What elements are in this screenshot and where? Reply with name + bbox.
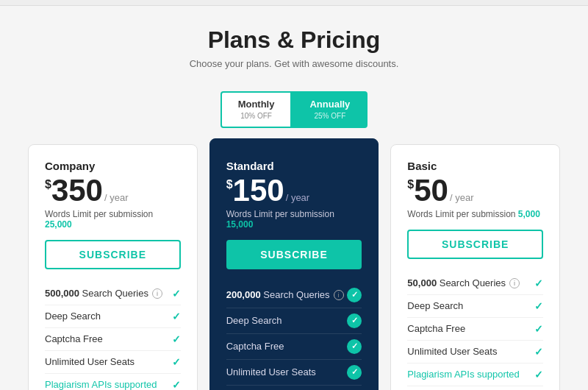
feature-list-standard: 200,000 Search Queries i ✓ Deep Search ✓ xyxy=(226,283,362,390)
feature-left-company-3: Unlimited User Seats xyxy=(45,356,135,367)
subscribe-button-basic[interactable]: SUBSCRIBE xyxy=(407,230,543,259)
check-icon-company-0: ✓ xyxy=(172,288,181,299)
info-icon-basic-0[interactable]: i xyxy=(509,278,520,288)
price-dollar-company: $ xyxy=(45,178,51,191)
feature-left-standard-3: Unlimited User Seats xyxy=(226,366,316,377)
price-amount-basic: 50 xyxy=(414,175,448,206)
plan-card-company: Company $ 350 / year Words Limit per sub… xyxy=(28,144,198,390)
feature-item-standard-2: Captcha Free ✓ xyxy=(226,334,362,360)
check-icon-basic-3: ✓ xyxy=(534,346,543,358)
feature-text-standard-1: Deep Search xyxy=(226,315,282,326)
feature-left-company-0: 500,000 Search Queries i xyxy=(45,288,162,299)
feature-item-company-3: Unlimited User Seats ✓ xyxy=(45,351,181,374)
feature-item-basic-0: 50,000 Search Queries i ✓ xyxy=(407,272,543,295)
feature-left-basic-2: Captcha Free xyxy=(407,323,465,334)
annually-sub: 25% OFF xyxy=(309,111,350,121)
feature-text-standard-0: 200,000 Search Queries xyxy=(226,289,330,300)
check-icon-company-1: ✓ xyxy=(172,311,181,322)
feature-left-standard-0: 200,000 Search Queries i xyxy=(226,289,344,300)
feature-text-basic-4: Plagiarism APIs supported xyxy=(407,369,519,380)
price-amount-company: 350 xyxy=(51,175,103,206)
words-limit-basic: Words Limit per submission 5,000 xyxy=(407,209,543,219)
plan-price-basic: $ 50 / year xyxy=(407,175,543,206)
check-icon-basic-2: ✓ xyxy=(534,323,543,335)
price-period-basic: / year xyxy=(450,192,474,203)
feature-item-standard-1: Deep Search ✓ xyxy=(226,308,362,334)
plan-name-standard: Standard xyxy=(226,160,362,172)
feature-item-standard-0: 200,000 Search Queries i ✓ xyxy=(226,283,362,308)
feature-text-standard-3: Unlimited User Seats xyxy=(226,366,316,377)
check-circle-standard-0: ✓ xyxy=(347,288,362,302)
page-title: Plans & Pricing xyxy=(190,26,399,54)
price-period-standard: / year xyxy=(286,192,310,203)
billing-toggle: Monthly 10% OFF Annually 25% OFF xyxy=(220,91,368,128)
feature-item-basic-2: Captcha Free ✓ xyxy=(407,318,543,341)
feature-left-basic-3: Unlimited User Seats xyxy=(407,346,497,357)
price-dollar-basic: $ xyxy=(407,178,414,191)
words-limit-value-company: 25,000 xyxy=(45,219,72,230)
info-icon-company-0[interactable]: i xyxy=(152,288,162,299)
annually-toggle[interactable]: Annually 25% OFF xyxy=(292,91,368,128)
feature-left-company-4: Plagiarism APIs supported xyxy=(45,379,157,390)
words-limit-standard: Words Limit per submission 15,000 xyxy=(226,209,362,230)
check-icon-company-3: ✓ xyxy=(172,356,181,368)
subscribe-button-company[interactable]: SUBSCRIBE xyxy=(45,240,181,269)
price-amount-standard: 150 xyxy=(233,175,284,206)
feature-left-standard-2: Captcha Free xyxy=(226,341,284,352)
feature-item-basic-4: Plagiarism APIs supported ✓ xyxy=(407,364,543,386)
page-header: Plans & Pricing Choose your plans. Get w… xyxy=(190,6,399,78)
monthly-label: Monthly xyxy=(238,99,275,110)
feature-item-standard-4: Plagiarism APIs supported ✓ xyxy=(226,386,362,390)
check-icon-basic-1: ✓ xyxy=(534,300,543,312)
feature-text-company-2: Captcha Free xyxy=(45,333,103,344)
plan-card-standard: Standard $ 150 / year Words Limit per su… xyxy=(209,138,379,390)
feature-list-basic: 50,000 Search Queries i ✓ Deep Search ✓ xyxy=(407,272,543,390)
feature-text-company-3: Unlimited User Seats xyxy=(45,356,135,367)
words-limit-value-standard: 15,000 xyxy=(226,219,254,230)
feature-text-basic-0: 50,000 Search Queries xyxy=(407,277,506,288)
check-circle-standard-1: ✓ xyxy=(347,313,362,328)
feature-text-company-4: Plagiarism APIs supported xyxy=(45,379,157,390)
plan-price-company: $ 350 / year xyxy=(45,175,181,206)
feature-text-basic-2: Captcha Free xyxy=(407,323,465,334)
annually-label: Annually xyxy=(309,99,350,110)
feature-left-basic-0: 50,000 Search Queries i xyxy=(407,277,520,288)
check-icon-company-4: ✓ xyxy=(172,379,181,390)
info-icon-standard-0[interactable]: i xyxy=(334,290,344,300)
feature-text-company-0: 500,000 Search Queries xyxy=(45,288,148,299)
check-circle-standard-2: ✓ xyxy=(347,339,362,354)
feature-item-basic-5: 24/7 Support ✓ xyxy=(407,386,543,390)
feature-item-company-2: Captcha Free ✓ xyxy=(45,328,181,351)
monthly-sub: 10% OFF xyxy=(238,111,275,121)
words-limit-value-basic: 5,000 xyxy=(518,209,540,219)
feature-left-basic-1: Deep Search xyxy=(407,300,463,311)
plan-name-basic: Basic xyxy=(407,160,543,172)
feature-item-basic-3: Unlimited User Seats ✓ xyxy=(407,341,543,364)
plan-card-basic: Basic $ 50 / year Words Limit per submis… xyxy=(390,144,560,390)
check-circle-standard-3: ✓ xyxy=(347,365,362,380)
feature-list-company: 500,000 Search Queries i ✓ Deep Search ✓ xyxy=(45,283,181,390)
feature-left-company-2: Captcha Free xyxy=(45,333,103,344)
plans-container: Company $ 350 / year Words Limit per sub… xyxy=(15,144,573,390)
feature-text-basic-3: Unlimited User Seats xyxy=(407,346,497,357)
page-subtitle: Choose your plans. Get with awesome disc… xyxy=(190,58,399,69)
feature-left-standard-1: Deep Search xyxy=(226,315,282,326)
feature-item-basic-1: Deep Search ✓ xyxy=(407,295,543,318)
feature-text-basic-1: Deep Search xyxy=(407,300,463,311)
check-icon-basic-4: ✓ xyxy=(534,369,543,380)
check-icon-basic-0: ✓ xyxy=(534,277,543,289)
check-icon-company-2: ✓ xyxy=(172,333,181,345)
plan-name-company: Company xyxy=(45,160,181,172)
monthly-toggle[interactable]: Monthly 10% OFF xyxy=(220,91,293,128)
feature-left-basic-4: Plagiarism APIs supported xyxy=(407,369,519,380)
subscribe-button-standard[interactable]: SUBSCRIBE xyxy=(226,240,362,269)
feature-item-standard-3: Unlimited User Seats ✓ xyxy=(226,360,362,386)
plan-price-standard: $ 150 / year xyxy=(226,175,362,206)
feature-item-company-1: Deep Search ✓ xyxy=(45,305,181,328)
feature-left-company-1: Deep Search xyxy=(45,311,101,322)
top-bar xyxy=(0,0,588,6)
feature-item-company-4: Plagiarism APIs supported ✓ xyxy=(45,374,181,390)
words-limit-company: Words Limit per submission 25,000 xyxy=(45,209,181,230)
feature-text-company-1: Deep Search xyxy=(45,311,101,322)
price-period-company: / year xyxy=(104,192,129,203)
